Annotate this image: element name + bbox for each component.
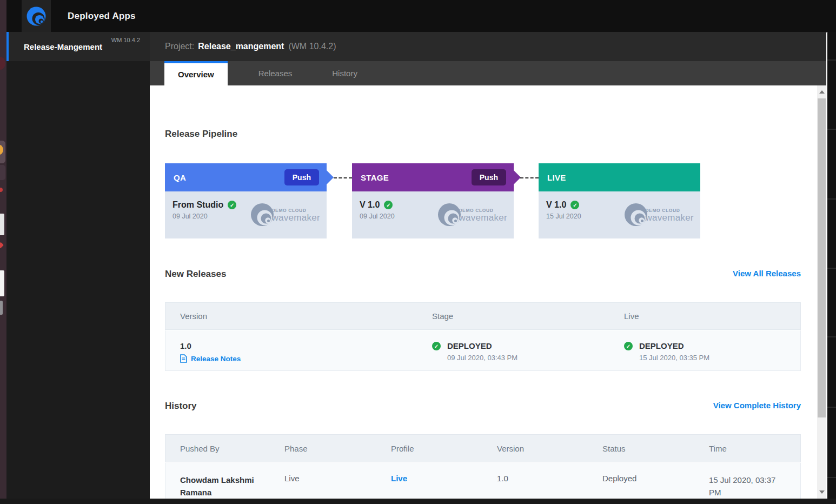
wavemaker-wave-icon — [26, 6, 46, 26]
tab-releases[interactable]: Releases — [245, 61, 306, 85]
project-version: (WM 10.4.2) — [288, 42, 336, 51]
history-pushed-by: Chowdam Lakshmi Ramana — [180, 474, 269, 499]
divider — [827, 129, 836, 130]
demo-cloud-logo: DEMO CLOUD wavemaker — [250, 202, 320, 227]
demo-cloud-label: DEMO CLOUD — [271, 208, 320, 213]
divider — [827, 268, 836, 269]
history-time: 15 Jul 2020, 03:37 PM — [709, 474, 790, 499]
new-releases-heading: New Releases — [165, 269, 226, 280]
history-profile-link[interactable]: Live — [391, 474, 407, 483]
divider — [827, 198, 836, 200]
wavemaker-label: wavemaker — [645, 213, 694, 222]
stage-deploy-version: V 1.0 — [360, 200, 380, 210]
stage-deploy-time: 09 Jul 2020, 03:43 PM — [447, 354, 517, 362]
vertical-scrollbar[interactable] — [817, 85, 826, 499]
wavemaker-label: wavemaker — [271, 213, 320, 222]
release-version-cell: 1.0 Release Notes — [180, 341, 241, 363]
chevron-down-icon — [819, 490, 825, 494]
demo-cloud-label: DEMO CLOUD — [459, 208, 507, 213]
dock-notification-dot — [0, 188, 3, 192]
dock-icon-fragment[interactable] — [0, 165, 5, 180]
live-status: DEPLOYED — [639, 341, 684, 350]
scroll-down-button[interactable] — [817, 487, 826, 498]
chevron-up-icon — [819, 90, 825, 94]
os-dock-strip — [0, 0, 6, 504]
demo-cloud-logo: DEMO CLOUD wavemaker — [437, 202, 507, 227]
panel-edge-divider — [826, 32, 827, 499]
divider — [827, 407, 836, 408]
bottom-window-edge — [0, 499, 836, 504]
tab-history[interactable]: History — [319, 61, 371, 85]
history-table-header: Pushed By Phase Profile Version Status T… — [165, 434, 801, 462]
view-all-releases-link[interactable]: View All Releases — [733, 269, 801, 278]
demo-cloud-label: DEMO CLOUD — [645, 208, 694, 213]
column-header-version: Version — [497, 444, 524, 453]
qa-deploy-title: From Studio — [172, 200, 223, 210]
scroll-up-button[interactable] — [817, 87, 826, 97]
dock-icon-fragment[interactable] — [0, 301, 3, 315]
column-header-version: Version — [180, 311, 207, 321]
success-check-icon: ✓ — [384, 201, 393, 209]
history-status: Deployed — [602, 474, 636, 483]
sidebar-item-release-management[interactable]: Release-Mangement WM 10.4.2 — [6, 32, 150, 61]
column-header-time: Time — [709, 444, 727, 453]
column-header-status: Status — [602, 444, 626, 453]
history-table-row: Chowdam Lakshmi Ramana Live Live 1.0 Dep… — [165, 463, 801, 499]
column-header-profile: Profile — [391, 444, 414, 453]
divider — [827, 477, 836, 478]
projects-sidebar: Release-Mangement WM 10.4.2 — [6, 32, 150, 499]
success-check-icon: ✓ — [624, 342, 633, 350]
wavemaker-label: wavemaker — [459, 213, 507, 222]
right-edge-panel — [827, 32, 836, 499]
demo-cloud-logo: DEMO CLOUD wavemaker — [623, 202, 694, 227]
release-pipeline-heading: Release Pipeline — [165, 129, 237, 140]
tab-overview[interactable]: Overview — [164, 61, 228, 85]
live-stage-header: LIVE — [539, 163, 700, 191]
stage-stage-name: STAGE — [361, 173, 389, 182]
history-phase: Live — [284, 474, 300, 483]
dock-notification-dot — [0, 242, 4, 248]
release-version: 1.0 — [180, 341, 241, 350]
dock-icon-fragment[interactable] — [0, 57, 5, 70]
new-releases-table-row: 1.0 Release Notes ✓ — [165, 330, 801, 371]
dock-icon-fragment[interactable] — [0, 270, 4, 296]
qa-arrow-notch — [327, 170, 334, 184]
column-header-live: Live — [624, 311, 639, 321]
live-status-cell: ✓ DEPLOYED 15 Jul 2020, 03:35 PM — [624, 341, 709, 362]
live-deploy-version: V 1.0 — [546, 200, 566, 210]
stage-stage-header: STAGE Push — [352, 163, 514, 191]
success-check-icon: ✓ — [432, 342, 441, 350]
new-releases-table: Version Stage Live 1.0 Release — [165, 302, 801, 371]
pipeline-card-stage: STAGE Push V 1.0 ✓ 09 Jul 2020 — [352, 163, 514, 238]
project-label: Project: — [165, 42, 194, 51]
history-table: Pushed By Phase Profile Version Status T… — [165, 434, 801, 499]
qa-push-button[interactable]: Push — [284, 169, 319, 185]
project-header: Project: Release_mangement (WM 10.4.2) — [150, 32, 827, 61]
sidebar-project-version: WM 10.4.2 — [111, 37, 140, 43]
wavemaker-logo-tile[interactable] — [22, 0, 51, 32]
dock-icon-fragment[interactable] — [0, 214, 4, 235]
release-notes-link[interactable]: Release Notes — [180, 354, 241, 363]
page-title: Deployed Apps — [68, 0, 136, 32]
document-icon — [180, 354, 187, 363]
live-deploy-time: 15 Jul 2020, 03:35 PM — [639, 354, 709, 362]
pipeline-card-live: LIVE V 1.0 ✓ 15 Jul 2020 — [539, 163, 700, 238]
qa-stage-header: QA Push — [165, 163, 327, 191]
success-check-icon: ✓ — [228, 201, 236, 209]
stage-status: DEPLOYED — [447, 341, 492, 350]
qa-stage-body: From Studio ✓ 09 Jul 2020 — [165, 191, 327, 238]
history-heading: History — [165, 401, 197, 412]
tab-bar: Overview Releases History — [150, 61, 827, 85]
view-complete-history-link[interactable]: View Complete History — [713, 401, 801, 410]
divider — [827, 59, 836, 61]
pipeline-connector — [520, 177, 539, 178]
main-panel: Project: Release_mangement (WM 10.4.2) O… — [150, 32, 827, 499]
stage-status-cell: ✓ DEPLOYED 09 Jul 2020, 03:43 PM — [432, 341, 517, 362]
pipeline-card-qa: QA Push From Studio ✓ 09 Jul 2020 — [165, 163, 327, 238]
divider — [827, 336, 836, 337]
stage-push-button[interactable]: Push — [472, 169, 506, 185]
deployed-apps-screen: Deployed Apps Release-Mangement WM 10.4.… — [0, 0, 836, 504]
success-check-icon: ✓ — [570, 201, 579, 209]
scrollbar-thumb[interactable] — [818, 98, 826, 417]
top-bar: Deployed Apps — [6, 0, 836, 32]
